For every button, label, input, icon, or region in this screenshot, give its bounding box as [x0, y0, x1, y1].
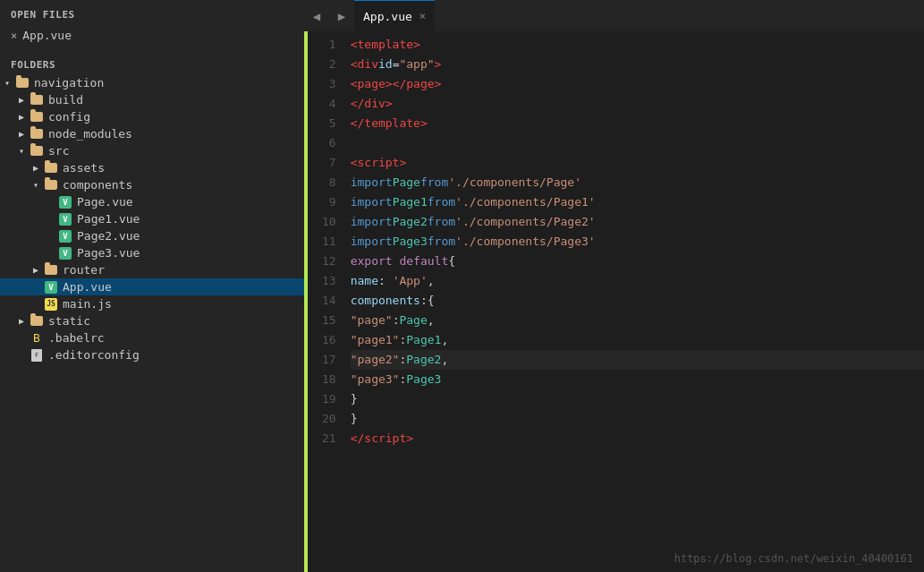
line-number: 4 — [322, 94, 336, 114]
tree-item-label: src — [48, 144, 69, 158]
tree-item-label: navigation — [34, 76, 104, 90]
tree-item-label: Page1.vue — [77, 212, 140, 226]
tab-bar: ◀ ▶ App.vue × — [304, 0, 924, 31]
tab-close-icon[interactable]: × — [420, 10, 426, 22]
tree-item-main.js[interactable]: JS main.js — [0, 295, 304, 312]
folder-icon — [43, 264, 59, 277]
arrow-icon: ▶ — [29, 163, 43, 173]
tree-item-assets[interactable]: ▶ assets — [0, 159, 304, 176]
tree-item-label: assets — [63, 161, 105, 175]
tree-item-App.vue[interactable]: V App.vue — [0, 278, 304, 295]
line-number: 20 — [322, 409, 336, 429]
tree-item-label: components — [63, 178, 132, 192]
folder-icon — [29, 111, 45, 124]
tree-item-label: static — [48, 314, 90, 328]
tree-item-label: .babelrc — [48, 331, 105, 345]
vue-icon: V — [57, 213, 73, 226]
tree-item-.editorconfig[interactable]: F .editorconfig — [0, 346, 304, 363]
code-line: </template> — [351, 114, 924, 133]
close-icon[interactable]: × — [11, 30, 17, 42]
code-line — [351, 133, 924, 153]
code-line: import Page3 from './components/Page3' — [351, 232, 924, 252]
arrow-icon: ▾ — [14, 146, 29, 156]
code-line: <template> — [351, 35, 924, 55]
code-line: components:{ — [351, 291, 924, 311]
folder-icon — [43, 179, 59, 192]
line-number: 16 — [322, 330, 336, 350]
tree-item-label: build — [48, 93, 83, 107]
folder-icon — [29, 94, 45, 107]
open-file-item[interactable]: × App.vue — [0, 26, 304, 45]
code-line: } — [351, 409, 924, 429]
vue-icon: V — [57, 247, 73, 260]
line-numbers: 123456789101112131415161718192021 — [308, 31, 347, 572]
open-files-section-title: OPEN FILES — [0, 0, 304, 26]
tree-item-label: node_modules — [48, 127, 132, 141]
editor-area: ◀ ▶ App.vue × 12345678910111213141516171… — [304, 0, 924, 572]
tree-item-static[interactable]: ▶ static — [0, 312, 304, 329]
code-lines[interactable]: <template> <div id="app"> <page></page> … — [347, 31, 924, 572]
tree-item-navigation[interactable]: ▾ navigation — [0, 74, 304, 91]
tree-item-Page1.vue[interactable]: V Page1.vue — [0, 210, 304, 227]
line-number: 6 — [322, 133, 336, 153]
watermark: https://blog.csdn.net/weixin_40400161 — [674, 552, 913, 565]
babel-icon: B — [29, 332, 45, 345]
tree-item-label: App.vue — [63, 280, 112, 294]
line-number: 12 — [322, 252, 336, 271]
code-line: <script> — [351, 153, 924, 173]
tree-item-label: config — [48, 110, 90, 124]
arrow-icon: ▾ — [0, 78, 14, 88]
line-number: 5 — [322, 114, 336, 133]
code-line: export default { — [351, 252, 924, 271]
file-icon: F — [29, 349, 45, 362]
code-line: import Page2 from './components/Page2' — [351, 212, 924, 232]
arrow-icon: ▶ — [29, 265, 43, 275]
tree-item-router[interactable]: ▶ router — [0, 261, 304, 278]
tree-item-node_modules[interactable]: ▶ node_modules — [0, 125, 304, 142]
code-line: name: 'App', — [351, 271, 924, 291]
code-line: <page></page> — [351, 74, 924, 94]
vue-icon: V — [43, 281, 59, 294]
tab-nav-left[interactable]: ◀ — [304, 0, 329, 31]
folders-section-title: FOLDERS — [0, 52, 304, 74]
line-number: 3 — [322, 74, 336, 94]
code-line: "page":Page, — [351, 311, 924, 330]
code-line: } — [351, 389, 924, 409]
sidebar: OPEN FILES × App.vue FOLDERS ▾ navigatio… — [0, 0, 304, 572]
code-line: "page1":Page1, — [351, 330, 924, 350]
tree-item-.babelrc[interactable]: B .babelrc — [0, 329, 304, 346]
line-number: 21 — [322, 429, 336, 448]
line-number: 8 — [322, 173, 336, 192]
tab-nav-right[interactable]: ▶ — [329, 0, 354, 31]
tree-item-Page.vue[interactable]: V Page.vue — [0, 193, 304, 210]
tree-item-Page3.vue[interactable]: V Page3.vue — [0, 244, 304, 261]
line-number: 14 — [322, 291, 336, 311]
editor-content: 123456789101112131415161718192021 <templ… — [304, 31, 924, 572]
tree-item-label: Page.vue — [77, 195, 133, 209]
line-number: 2 — [322, 55, 336, 74]
tree-item-config[interactable]: ▶ config — [0, 108, 304, 125]
line-number: 10 — [322, 212, 336, 232]
editor-tab-app-vue[interactable]: App.vue × — [354, 0, 435, 31]
tree-item-label: main.js — [63, 297, 112, 311]
line-number: 15 — [322, 311, 336, 330]
tree-item-Page2.vue[interactable]: V Page2.vue — [0, 227, 304, 244]
folder-icon — [29, 145, 45, 158]
vue-icon: V — [57, 196, 73, 209]
vue-icon: V — [57, 230, 73, 243]
line-number: 1 — [322, 35, 336, 55]
app-container: OPEN FILES × App.vue FOLDERS ▾ navigatio… — [0, 0, 924, 572]
tree-item-build[interactable]: ▶ build — [0, 91, 304, 108]
tab-label: App.vue — [363, 10, 412, 23]
arrow-icon: ▶ — [14, 95, 29, 105]
code-line: import Page1 from './components/Page1' — [351, 192, 924, 212]
folder-icon — [14, 77, 30, 90]
line-number: 19 — [322, 389, 336, 409]
tree-item-components[interactable]: ▾ components — [0, 176, 304, 193]
tree-item-src[interactable]: ▾ src — [0, 142, 304, 159]
tree-item-label: Page3.vue — [77, 246, 140, 260]
code-line: </div> — [351, 94, 924, 114]
file-tree: ▾ navigation ▶ build ▶ config ▶ node_mod… — [0, 74, 304, 363]
line-number: 7 — [322, 153, 336, 173]
folder-icon — [29, 315, 45, 328]
